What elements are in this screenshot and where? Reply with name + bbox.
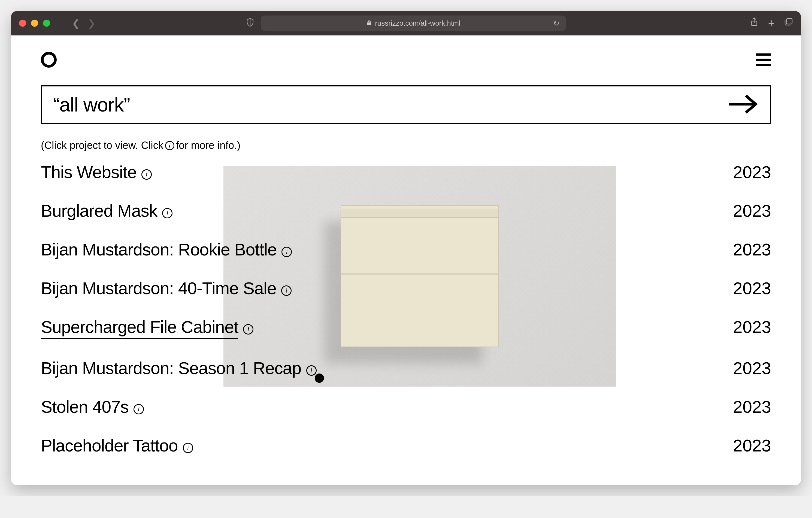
forward-button[interactable]: ❯ — [88, 18, 95, 29]
project-year: 2023 — [733, 358, 771, 378]
project-title[interactable]: Supercharged File Cabinet — [41, 317, 238, 339]
project-title[interactable]: Placeholder Tattoo — [41, 436, 178, 455]
address-bar[interactable]: 🔒︎ russrizzo.com/all-work.html ↻ — [261, 16, 566, 31]
project-title[interactable]: Stolen 407s — [41, 397, 128, 416]
nav-arrows: ❮ ❯ — [72, 18, 95, 29]
back-button[interactable]: ❮ — [72, 18, 80, 29]
page-content: “all work” (Click project to view. Click… — [11, 35, 801, 485]
project-year: 2023 — [733, 317, 771, 337]
project-left: Stolen 407si — [41, 397, 144, 416]
project-row: Burglared Maski2023 — [41, 201, 771, 221]
share-icon[interactable] — [750, 17, 758, 29]
tab-overview-icon[interactable] — [784, 18, 793, 29]
project-year: 2023 — [733, 436, 771, 455]
project-title[interactable]: This Website — [41, 162, 137, 182]
info-button[interactable]: i — [281, 285, 292, 296]
browser-toolbar: ❮ ❯ 🔒︎ russrizzo.com/all-work.html ↻ — [11, 11, 801, 35]
category-label: “all work” — [53, 93, 130, 116]
project-row: Supercharged File Cabineti2023 — [41, 317, 771, 339]
project-year: 2023 — [733, 201, 771, 221]
site-header — [41, 52, 771, 67]
project-row: Stolen 407si2023 — [41, 397, 771, 416]
menu-button[interactable] — [756, 53, 771, 66]
project-left: Bijan Mustardson: 40-Time Salei — [41, 278, 292, 298]
project-left: Supercharged File Cabineti — [41, 317, 253, 339]
project-year: 2023 — [733, 397, 771, 416]
browser-window: ❮ ❯ 🔒︎ russrizzo.com/all-work.html ↻ — [11, 11, 801, 485]
project-row: Bijan Mustardson: Season 1 Recapi2023 — [41, 358, 771, 378]
project-title[interactable]: Bijan Mustardson: Season 1 Recap — [41, 358, 301, 378]
project-list: This Websitei2023Burglared Maski2023Bija… — [41, 162, 771, 455]
svg-rect-2 — [787, 19, 792, 24]
project-title[interactable]: Burglared Mask — [41, 201, 157, 221]
window-controls — [19, 20, 50, 27]
project-row: Placeholder Tattooi2023 — [41, 436, 771, 455]
info-icon: i — [165, 141, 174, 150]
info-button[interactable]: i — [306, 365, 317, 376]
info-button[interactable]: i — [134, 404, 144, 414]
helper-prefix: (Click project to view. Click — [41, 140, 164, 151]
privacy-shield-icon[interactable] — [246, 18, 254, 29]
project-left: Burglared Maski — [41, 201, 172, 221]
info-button[interactable]: i — [141, 169, 152, 180]
cursor-indicator — [315, 374, 324, 383]
project-left: This Websitei — [41, 162, 152, 182]
category-selector[interactable]: “all work” — [41, 85, 771, 124]
helper-suffix: for more info.) — [176, 140, 241, 151]
project-left: Bijan Mustardson: Rookie Bottlei — [41, 240, 292, 259]
info-button[interactable]: i — [162, 208, 172, 218]
project-year: 2023 — [733, 162, 771, 182]
project-year: 2023 — [733, 240, 771, 259]
helper-text: (Click project to view. Click i for more… — [41, 140, 771, 151]
project-title[interactable]: Bijan Mustardson: 40-Time Sale — [41, 278, 276, 298]
project-left: Bijan Mustardson: Season 1 Recapi — [41, 358, 317, 378]
maximize-window-button[interactable] — [43, 20, 50, 27]
info-button[interactable]: i — [282, 247, 292, 257]
arrow-right-icon[interactable] — [729, 93, 759, 116]
logo-icon[interactable] — [41, 52, 57, 67]
project-left: Placeholder Tattooi — [41, 436, 193, 455]
info-button[interactable]: i — [183, 443, 193, 453]
close-window-button[interactable] — [19, 20, 26, 27]
lock-icon: 🔒︎ — [366, 20, 372, 27]
address-area: 🔒︎ russrizzo.com/all-work.html ↻ — [246, 16, 566, 31]
project-row: Bijan Mustardson: Rookie Bottlei2023 — [41, 240, 771, 259]
project-year: 2023 — [733, 278, 771, 298]
url-text: russrizzo.com/all-work.html — [375, 19, 461, 28]
new-tab-icon[interactable]: + — [768, 17, 774, 29]
refresh-button[interactable]: ↻ — [553, 19, 559, 28]
project-row: Bijan Mustardson: 40-Time Salei2023 — [41, 278, 771, 298]
info-button[interactable]: i — [243, 324, 253, 334]
project-row: This Websitei2023 — [41, 162, 771, 182]
toolbar-right: + — [750, 17, 793, 29]
project-title[interactable]: Bijan Mustardson: Rookie Bottle — [41, 240, 277, 259]
minimize-window-button[interactable] — [31, 20, 38, 27]
